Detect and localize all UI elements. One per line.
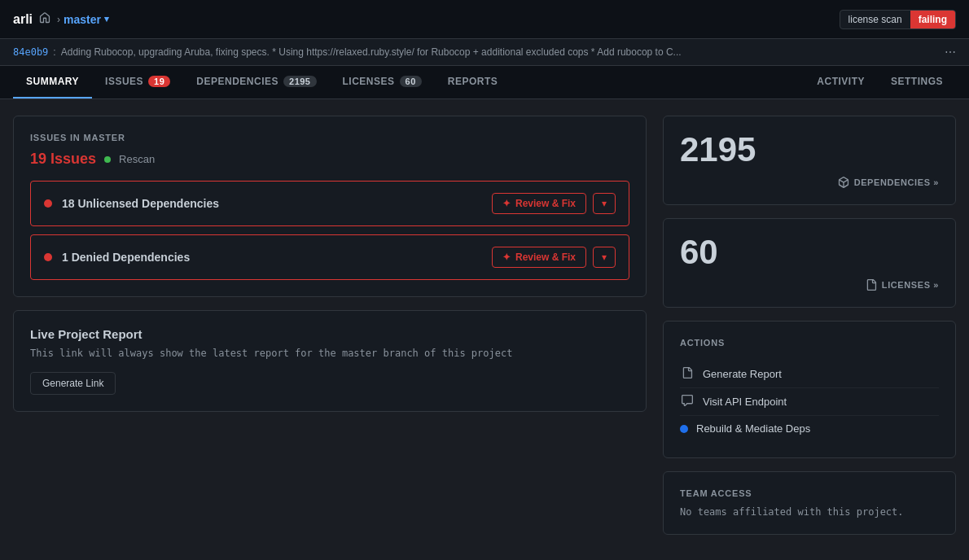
rebuild-status-dot (680, 425, 688, 433)
issue-row: 18 Unlicensed Dependencies ✦ Review & Fi… (30, 181, 629, 226)
live-report-title: Live Project Report (30, 327, 629, 341)
issues-count: 19 Issues (30, 151, 96, 168)
issue-text-2: 1 Denied Dependencies (62, 251, 492, 264)
rescan-button[interactable]: Rescan (119, 153, 155, 165)
rescan-status-dot (104, 156, 111, 163)
branch-dropdown-icon: ▾ (104, 14, 109, 24)
tab-summary[interactable]: SUMMARY (13, 66, 92, 98)
tab-licenses[interactable]: LICENSES 60 (330, 66, 435, 98)
issue-dot-2 (44, 253, 52, 261)
tab-activity[interactable]: ACTIVITY (804, 66, 878, 98)
rebuild-label: Rebuild & Mediate Deps (696, 422, 810, 435)
team-access-card: TEAM ACCESS No teams affiliated with thi… (663, 471, 956, 535)
commit-bar: 84e0b9 : Adding Rubocop, upgrading Aruba… (0, 39, 969, 66)
licenses-link-icon (866, 279, 877, 291)
tab-issues[interactable]: ISSUES 19 (92, 66, 183, 98)
visit-api-label: Visit API Endpoint (703, 396, 787, 408)
top-navigation: arli › master ▾ license scan failing (0, 0, 969, 39)
expand-issue-0[interactable]: ▾ (593, 193, 616, 214)
dependencies-stat-card: 2195 DEPENDENCIES » (663, 116, 956, 205)
commit-colon: : (53, 46, 55, 58)
issues-badge: 19 (148, 76, 170, 87)
review-fix-icon-1: ✦ (502, 252, 511, 263)
live-report-description: This link will always show the latest re… (30, 348, 629, 359)
dependencies-link-icon (838, 177, 849, 188)
actions-card: ACTIONS Generate Report Visit API Endpoi… (663, 321, 956, 458)
issues-section-label: ISSUES IN MASTER (30, 133, 629, 142)
tab-reports[interactable]: REPORTS (435, 66, 511, 98)
action-generate-report[interactable]: Generate Report (680, 361, 939, 388)
expand-issue-1[interactable]: ▾ (593, 247, 616, 268)
generate-report-label: Generate Report (703, 368, 782, 380)
tab-dependencies[interactable]: DEPENDENCIES 2195 (183, 66, 329, 98)
dependencies-count: 2195 (680, 133, 939, 167)
visit-api-icon (680, 395, 695, 409)
home-icon[interactable] (39, 12, 50, 26)
breadcrumb-chevron: › (57, 14, 60, 25)
licenses-stat-card: 60 LICENSES » (663, 218, 956, 308)
tab-settings[interactable]: SETTINGS (878, 66, 956, 98)
license-scan-label: license scan (840, 11, 910, 28)
branch-selector[interactable]: master ▾ (64, 13, 109, 26)
app-logo: arli (13, 12, 33, 27)
action-visit-api[interactable]: Visit API Endpoint (680, 388, 939, 416)
licenses-link[interactable]: LICENSES » (680, 279, 939, 291)
right-panel: 2195 DEPENDENCIES » 60 LICENSES » ACTION… (663, 116, 956, 535)
licenses-count: 60 (680, 235, 939, 269)
team-access-description: No teams affiliated with this project. (680, 506, 939, 518)
issue-dot (44, 199, 52, 208)
licenses-badge: 60 (400, 76, 422, 87)
review-fix-icon-0: ✦ (502, 198, 511, 209)
left-panel: ISSUES IN MASTER 19 Issues Rescan 18 Unl… (13, 116, 647, 535)
generate-link-button[interactable]: Generate Link (30, 372, 116, 395)
dependencies-link[interactable]: DEPENDENCIES » (680, 177, 939, 188)
live-report-card: Live Project Report This link will alway… (13, 310, 647, 412)
license-scan-status: failing (910, 11, 955, 28)
action-rebuild[interactable]: Rebuild & Mediate Deps (680, 416, 939, 441)
tabs-bar: SUMMARY ISSUES 19 DEPENDENCIES 2195 LICE… (0, 66, 969, 99)
issues-card: ISSUES IN MASTER 19 Issues Rescan 18 Unl… (13, 116, 647, 297)
dependencies-badge: 2195 (283, 76, 316, 87)
issues-title-row: 19 Issues Rescan (30, 151, 629, 168)
team-access-title: TEAM ACCESS (680, 488, 939, 498)
actions-title: ACTIONS (680, 338, 939, 348)
license-scan-badge: license scan failing (840, 10, 956, 29)
commit-message: Adding Rubocop, upgrading Aruba, fixing … (61, 46, 940, 58)
review-fix-button-0[interactable]: ✦ Review & Fix (492, 193, 586, 214)
issue-row: 1 Denied Dependencies ✦ Review & Fix ▾ (30, 234, 629, 280)
commit-more-icon[interactable]: ⋯ (945, 46, 956, 59)
review-fix-button-1[interactable]: ✦ Review & Fix (492, 247, 586, 268)
issue-text: 18 Unlicensed Dependencies (62, 197, 492, 210)
commit-hash[interactable]: 84e0b9 (13, 46, 48, 58)
dependencies-link-label: DEPENDENCIES » (854, 177, 939, 187)
generate-report-icon (680, 367, 695, 381)
main-content: ISSUES IN MASTER 19 Issues Rescan 18 Unl… (0, 99, 969, 551)
licenses-link-label: LICENSES » (882, 280, 939, 290)
